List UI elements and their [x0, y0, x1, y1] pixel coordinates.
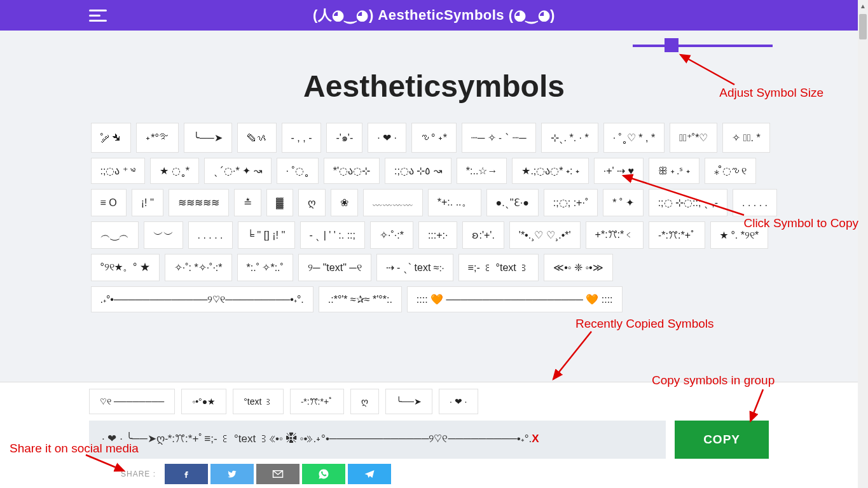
symbol-tile[interactable]: - , , - [282, 123, 322, 153]
anno-recent: Recently Copied Symbols [575, 317, 714, 325]
symbol-tile[interactable]: ★ ◌˳* [150, 158, 199, 184]
scroll-up-icon[interactable]: ▲ [860, 3, 866, 10]
symbol-tile[interactable]: ︵‿︵ [91, 221, 139, 249]
symbol-tile[interactable]: .:*°'* ≈✰≈ *'°*:. [319, 286, 402, 312]
symbol-tile[interactable]: *:..☆→ [457, 158, 507, 184]
size-slider[interactable] [633, 45, 773, 47]
scrollbar[interactable]: ▲ [858, 0, 868, 325]
symbol-tile[interactable]: ˗*:ꔫ:*+ﾟ [649, 221, 705, 249]
symbol-tile[interactable]: · ˚◌˳ [277, 158, 319, 184]
symbol-tile[interactable]: ˎˊ◌·* ✦ ↝ [204, 158, 272, 184]
symbol-tile[interactable]: ≡;- ꒰ °text ꒱ [458, 254, 539, 281]
symbol-tile[interactable]: '*•.¸♡ ♡¸.•*' [509, 221, 581, 249]
slider-thumb[interactable] [665, 38, 679, 52]
symbol-tile[interactable]: ⊹ˎ. *. · * [541, 123, 598, 153]
symbol-tile[interactable]: :::: 🧡 ─────────────────── 🧡 :::: [407, 286, 623, 312]
symbol-tile[interactable]: ┈─ ✧ ˗ ˋ ┈─ [462, 123, 535, 153]
symbol-tile[interactable]: ≡ O [91, 189, 127, 216]
symbol-tile[interactable]: ·+' ⇢ ♥ [594, 158, 644, 184]
symbol-tile[interactable]: ⇢ - ˎ` text ≈჻ [376, 254, 453, 281]
symbol-tile[interactable]: . . . . . [733, 189, 777, 216]
symbol-tile[interactable]: ﹏﹏﹏﹏ [363, 189, 423, 216]
symbol-tile[interactable]: .˖°•─────────────୨♡୧─────────•˖°. [91, 286, 313, 312]
symbol-tile[interactable]: ︶︶ [144, 221, 183, 249]
symbol-tile[interactable]: ✎ᝰ [237, 123, 277, 153]
symbol-tile[interactable]: :::+:· [418, 221, 458, 249]
menu-icon[interactable] [89, 10, 107, 22]
symbol-tile[interactable]: *+:. ..。 [428, 189, 481, 216]
symbol-tile[interactable]: ꕥ ˖ .ˢ ˖ [649, 158, 699, 184]
symbol-tile[interactable]: :;◌ ⊹◌::; ˎ ,- [649, 189, 727, 216]
symbol-tile[interactable]: ¡! '' [132, 189, 163, 216]
symbol-tile[interactable]: °୨୧★。° ★ [91, 254, 160, 281]
symbol-tile[interactable]: ✧ ‧͙. * [722, 123, 769, 153]
symbol-grid: ˚ ༘ ➷˖*°࿐╰──➤✎ᝰ- , , --'๑'-· ❤ ·ఌ° ˖*┈─ … [91, 123, 778, 312]
symbol-tile[interactable]: ≛ [234, 189, 261, 216]
symbol-tile[interactable]: +*:ꔫ:*﹤ [586, 221, 644, 249]
symbol-tile[interactable]: ❀ [331, 189, 358, 216]
symbol-tile[interactable]: ୨─ "text" ─୧ [298, 254, 371, 281]
symbol-tile[interactable]: ╘ '' [] ¡! '' [238, 221, 295, 249]
symbol-tile[interactable]: ╰──➤ [184, 123, 232, 153]
symbol-tile[interactable]: ≪•◦ ❈ ◦•≫ [544, 254, 612, 281]
symbol-tile[interactable]: ⁎ ̊◌ఌ୧ [705, 158, 756, 184]
symbol-tile[interactable]: ★ °. *୨୧* [710, 221, 768, 249]
symbol-tile[interactable]: ღ [298, 189, 326, 216]
symbol-tile[interactable]: ✧·˚·:* [370, 221, 413, 249]
symbol-tile[interactable]: ▓ [266, 189, 293, 216]
symbol-tile[interactable]: ≋≋≋≋≋ [169, 189, 229, 216]
symbol-tile[interactable]: ★.;◌ა◌* ˖: ˖ [512, 158, 588, 184]
symbol-tile[interactable]: *'◌ა◌⊹ [324, 158, 380, 184]
symbol-tile[interactable]: ˚ ༘ ➷ [91, 123, 132, 153]
symbol-tile[interactable]: · ˚˳♡ * , * [603, 123, 665, 153]
symbol-tile[interactable]: - ˎ | ' ' :. ::; [300, 221, 366, 249]
symbol-tile[interactable]: * ˚ ✦ [603, 189, 643, 216]
symbol-tile[interactable]: -'๑'- [326, 123, 362, 153]
symbol-tile[interactable]: :;◌ა ⁺ ༄ [91, 158, 146, 184]
symbol-tile[interactable]: :;◌ა ⊹٥ ↝ [385, 158, 451, 184]
symbol-tile[interactable]: :;◌; :+·˚ [544, 189, 598, 216]
symbol-tile[interactable]: ●.ˎ''Ɛ·● [486, 189, 539, 216]
header: (人◕‿◕) AestheticSymbols (◕‿◕) [0, 0, 868, 31]
page-title: Aestheticsymbols [91, 69, 778, 104]
symbol-tile[interactable]: ʚ:'+'. [462, 221, 504, 249]
symbol-tile[interactable]: ✧·˚: *✧·˚·:* [165, 254, 232, 281]
symbol-tile[interactable]: *:.˚ ✧*:.˚ [237, 254, 293, 281]
symbol-tile[interactable]: · ❤ · [368, 123, 406, 153]
symbol-tile[interactable]: . . . . . [188, 221, 233, 249]
symbol-tile[interactable]: ఌ° ˖* [411, 123, 457, 153]
symbol-tile[interactable]: ˖*°࿐ [136, 123, 179, 153]
site-logo: (人◕‿◕) AestheticSymbols (◕‿◕) [313, 6, 555, 25]
symbol-tile[interactable]: ‧͙⁺˚*♡ [670, 123, 717, 153]
scroll-thumb[interactable] [859, 14, 867, 39]
